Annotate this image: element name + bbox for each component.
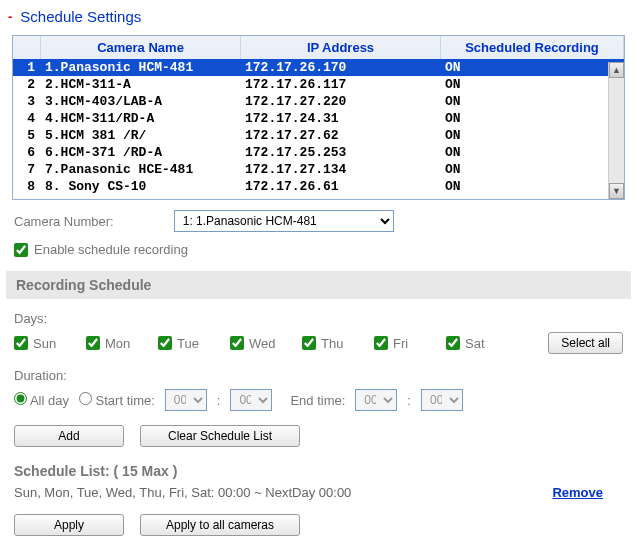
row-name: 8. Sony CS-10 (41, 179, 241, 194)
scroll-down-icon[interactable]: ▼ (609, 183, 624, 199)
col-ip: IP Address (241, 36, 441, 59)
row-name: 7.Panasonic HCE-481 (41, 162, 241, 177)
row-ip: 172.17.24.31 (241, 111, 441, 126)
row-rec: ON (441, 77, 586, 92)
schedule-list-entry: Sun, Mon, Tue, Wed, Thu, Fri, Sat: 00:00… (14, 485, 351, 500)
schedule-list-title: Schedule List: ( 15 Max ) (0, 463, 637, 479)
row-num: 2 (13, 77, 41, 92)
row-ip: 172.17.27.220 (241, 94, 441, 109)
select-all-button[interactable]: Select all (548, 332, 623, 354)
col-name: Camera Name (41, 36, 241, 59)
table-row[interactable]: 33.HCM-403/LAB-A172.17.27.220ON (13, 93, 624, 110)
duration-label: Duration: (14, 368, 623, 383)
day-wed[interactable]: Wed (230, 336, 302, 351)
table-scrollbar[interactable]: ▲ ▼ (608, 62, 624, 199)
table-row[interactable]: 44.HCM-311/RD-A172.17.24.31ON (13, 110, 624, 127)
all-day-radio[interactable]: All day (14, 392, 69, 408)
start-hour-select[interactable]: 00 (165, 389, 207, 411)
end-time-label: End time: (290, 393, 345, 408)
table-row[interactable]: 66.HCM-371 /RD-A172.17.25.253ON (13, 144, 624, 161)
row-num: 8 (13, 179, 41, 194)
page-title: Schedule Settings (20, 8, 141, 25)
collapse-icon[interactable]: - (8, 9, 12, 24)
start-time-radio[interactable]: Start time: (79, 392, 155, 408)
col-num (13, 36, 41, 59)
table-row[interactable]: 77.Panasonic HCE-481172.17.27.134ON (13, 161, 624, 178)
row-ip: 172.17.25.253 (241, 145, 441, 160)
add-button[interactable]: Add (14, 425, 124, 447)
row-ip: 172.17.26.117 (241, 77, 441, 92)
row-num: 6 (13, 145, 41, 160)
row-num: 7 (13, 162, 41, 177)
row-name: 2.HCM-311-A (41, 77, 241, 92)
day-tue[interactable]: Tue (158, 336, 230, 351)
row-ip: 172.17.26.170 (241, 60, 441, 75)
row-num: 4 (13, 111, 41, 126)
row-rec: ON (441, 128, 586, 143)
row-rec: ON (441, 111, 586, 126)
camera-number-select[interactable]: 1: 1.Panasonic HCM-481 (174, 210, 394, 232)
day-sat[interactable]: Sat (446, 336, 518, 351)
row-ip: 172.17.27.134 (241, 162, 441, 177)
row-name: 5.HCM 381 /R/ (41, 128, 241, 143)
table-row[interactable]: 22.HCM-311-A172.17.26.117ON (13, 76, 624, 93)
row-name: 1.Panasonic HCM-481 (41, 60, 241, 75)
day-thu[interactable]: Thu (302, 336, 374, 351)
apply-button[interactable]: Apply (14, 514, 124, 536)
row-rec: ON (441, 60, 586, 75)
recording-schedule-header: Recording Schedule (6, 271, 631, 299)
scroll-up-icon[interactable]: ▲ (609, 62, 624, 78)
row-ip: 172.17.26.61 (241, 179, 441, 194)
row-rec: ON (441, 179, 586, 194)
col-rec: Scheduled Recording (441, 36, 624, 59)
table-row[interactable]: 88. Sony CS-10172.17.26.61ON (13, 178, 624, 195)
enable-schedule-checkbox[interactable]: Enable schedule recording (14, 242, 623, 257)
row-num: 3 (13, 94, 41, 109)
row-rec: ON (441, 162, 586, 177)
table-row[interactable]: 11.Panasonic HCM-481172.17.26.170ON (13, 59, 624, 76)
table-row[interactable]: 55.HCM 381 /R/172.17.27.62ON (13, 127, 624, 144)
row-name: 6.HCM-371 /RD-A (41, 145, 241, 160)
apply-all-button[interactable]: Apply to all cameras (140, 514, 300, 536)
row-rec: ON (441, 145, 586, 160)
clear-schedule-button[interactable]: Clear Schedule List (140, 425, 300, 447)
remove-link[interactable]: Remove (552, 485, 603, 500)
end-hour-select[interactable]: 00 (355, 389, 397, 411)
row-ip: 172.17.27.62 (241, 128, 441, 143)
row-name: 3.HCM-403/LAB-A (41, 94, 241, 109)
row-num: 5 (13, 128, 41, 143)
row-num: 1 (13, 60, 41, 75)
day-sun[interactable]: Sun (14, 336, 86, 351)
enable-schedule-label: Enable schedule recording (34, 242, 188, 257)
row-name: 4.HCM-311/RD-A (41, 111, 241, 126)
days-label: Days: (14, 311, 623, 326)
camera-table: Camera Name IP Address Scheduled Recordi… (12, 35, 625, 200)
day-fri[interactable]: Fri (374, 336, 446, 351)
day-mon[interactable]: Mon (86, 336, 158, 351)
camera-number-label: Camera Number: (14, 214, 114, 229)
row-rec: ON (441, 94, 586, 109)
end-min-select[interactable]: 00 (421, 389, 463, 411)
start-min-select[interactable]: 00 (230, 389, 272, 411)
